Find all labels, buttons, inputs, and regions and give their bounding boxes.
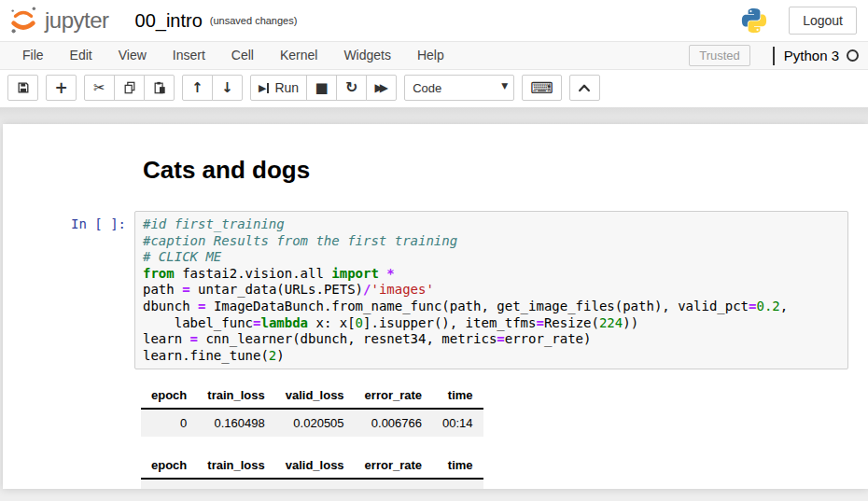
table-header-error_rate: error_rate — [355, 383, 432, 409]
restart-kernel-button[interactable]: ↻ — [336, 75, 367, 101]
menu-kernel[interactable]: Kernel — [267, 42, 330, 69]
add-cell-button[interactable]: + — [46, 75, 77, 101]
table-cell: 0.017920 — [275, 479, 355, 489]
menu-widgets[interactable]: Widgets — [330, 42, 404, 69]
play-icon: ▶ — [259, 83, 266, 93]
logout-button[interactable]: Logout — [789, 7, 857, 35]
table-cell: 0.092704 — [197, 479, 274, 489]
table-row: 00.1604980.0205050.00676600:14 — [141, 409, 483, 437]
menu-edit[interactable]: Edit — [57, 42, 105, 69]
paste-icon — [153, 81, 166, 94]
stop-icon: ■ — [315, 81, 329, 95]
table-header-train_loss: train_loss — [197, 383, 274, 409]
save-icon — [17, 81, 30, 94]
menu-view[interactable]: View — [105, 42, 160, 69]
interrupt-kernel-button[interactable]: ■ — [306, 75, 337, 101]
run-label: Run — [274, 80, 299, 95]
table-cell: 00:14 — [432, 409, 483, 437]
training-results-table: epochtrain_lossvalid_losserror_ratetime0… — [141, 383, 483, 437]
command-palette-button[interactable]: ⌨ — [522, 75, 562, 101]
code-line: dbunch = ImageDataBunch.from_name_func(p… — [143, 299, 840, 315]
training-results-table: epochtrain_lossvalid_losserror_ratetime0… — [141, 452, 483, 489]
table-header-time: time — [432, 452, 483, 479]
input-prompt: In [ ]: — [3, 211, 134, 369]
menu-cell[interactable]: Cell — [218, 42, 267, 69]
cell-type-select[interactable]: Code — [404, 75, 514, 101]
chevron-up-icon — [578, 82, 591, 93]
keyboard-icon: ⌨ — [530, 80, 553, 96]
code-line: # CLICK ME — [143, 249, 840, 266]
kernel-name: Python 3 — [784, 48, 839, 63]
code-line: learn = cnn_learner(dbunch, resnet34, me… — [143, 331, 840, 348]
table-header-epoch: epoch — [141, 452, 197, 479]
menu-insert[interactable]: Insert — [160, 42, 218, 69]
table-cell: 0.007442 — [355, 479, 432, 489]
arrow-down-icon: ↓ — [221, 81, 233, 95]
menu-items: FileEditViewInsertCellKernelWidgetsHelp — [9, 42, 457, 69]
table-header-time: time — [432, 383, 483, 409]
paste-cell-button[interactable] — [144, 75, 175, 101]
code-line: learn.fine_tune(2) — [143, 348, 840, 365]
cut-cell-button[interactable]: ✂ — [84, 75, 115, 101]
copy-icon — [123, 81, 136, 94]
table-cell: 0.020505 — [275, 409, 355, 437]
table-header-error_rate: error_rate — [355, 452, 432, 479]
fast-forward-icon: ▶▶ — [374, 82, 387, 93]
table-cell: 0.006766 — [355, 409, 432, 437]
markdown-cell-heading[interactable]: Cats and dogs — [143, 156, 868, 185]
jupyter-logo[interactable]: jupyter — [7, 5, 109, 36]
header-top: jupyter 00_intro (unsaved changes) Logou… — [0, 0, 868, 41]
code-line: label_func=lambda x: x[0].isupper(), ite… — [143, 315, 840, 332]
notebook-title[interactable]: 00_intro — [135, 10, 203, 32]
table-cell: 0 — [141, 479, 197, 489]
python-logo-icon — [740, 7, 768, 35]
step-bar-icon — [267, 83, 269, 93]
kernel-separator — [773, 47, 775, 65]
menubar: FileEditViewInsertCellKernelWidgetsHelp … — [0, 41, 868, 70]
plus-icon: + — [54, 80, 67, 96]
scroll-up-button[interactable] — [569, 75, 600, 101]
save-button[interactable] — [7, 75, 38, 101]
table-cell: 0 — [141, 409, 197, 437]
output-area: epochtrain_lossvalid_losserror_ratetime0… — [141, 383, 868, 489]
kernel-idle-indicator-icon — [847, 49, 859, 62]
code-line: #id first_training — [143, 216, 840, 233]
table-header-train_loss: train_loss — [197, 452, 274, 479]
code-line: #caption Results from the first training — [143, 233, 840, 250]
menu-help[interactable]: Help — [404, 42, 457, 69]
jupyter-logo-icon — [7, 5, 39, 36]
jupyter-logo-text: jupyter — [45, 7, 109, 34]
move-cell-down-button[interactable]: ↓ — [212, 75, 243, 101]
table-header-valid_loss: valid_loss — [275, 452, 355, 479]
restart-icon: ↻ — [345, 80, 357, 95]
cut-icon: ✂ — [93, 81, 105, 95]
toolbar: + ✂ — [0, 70, 868, 107]
table-header-epoch: epoch — [141, 383, 197, 409]
menu-file[interactable]: File — [9, 42, 57, 69]
code-line: path = untar_data(URLs.PETS)/'images' — [143, 282, 840, 299]
notebook-container: Cats and dogs In [ ]: #id first_training… — [3, 124, 868, 489]
table-cell: 0.160498 — [197, 409, 274, 437]
restart-run-all-button[interactable]: ▶▶ — [366, 75, 397, 101]
copy-cell-button[interactable] — [114, 75, 145, 101]
code-line: from fastai2.vision.all import * — [143, 266, 840, 283]
code-cell: In [ ]: #id first_training#caption Resul… — [3, 211, 868, 369]
trusted-badge[interactable]: Trusted — [689, 45, 750, 66]
run-button[interactable]: ▶ Run — [250, 75, 307, 101]
move-cell-up-button[interactable]: ↑ — [182, 75, 213, 101]
header-shadow-strip — [0, 107, 868, 124]
table-row: 00.0927040.0179200.00744200:18 — [141, 479, 483, 489]
table-cell: 00:18 — [432, 479, 483, 489]
checkpoint-status: (unsaved changes) — [210, 15, 298, 26]
arrow-up-icon: ↑ — [191, 81, 203, 95]
table-header-valid_loss: valid_loss — [275, 383, 355, 409]
code-input-area[interactable]: #id first_training#caption Results from … — [134, 211, 848, 369]
notebook-header: jupyter 00_intro (unsaved changes) Logou… — [0, 0, 868, 107]
